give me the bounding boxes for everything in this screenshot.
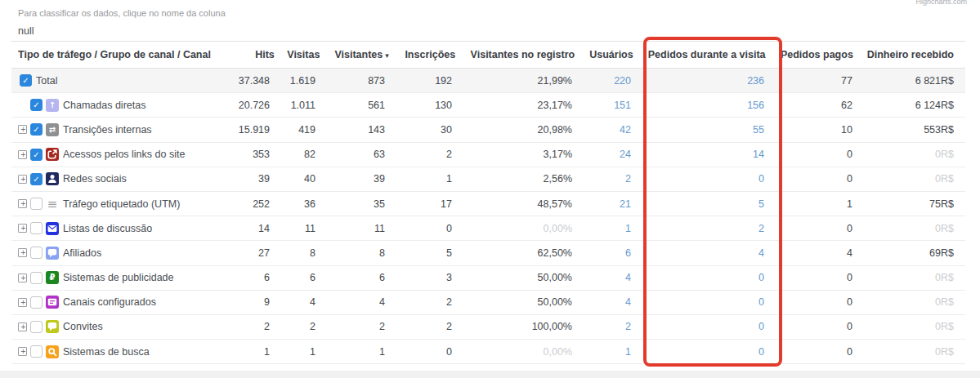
usuarios-link[interactable]: 1 <box>572 346 631 358</box>
pedidos-pagos-value: 0 <box>764 296 852 308</box>
usuarios-link[interactable]: 4 <box>572 296 631 308</box>
pedidos-pagos-value: 77 <box>764 75 852 87</box>
column-header-pedidos-pagos[interactable]: Pedidos pagos <box>766 49 853 60</box>
channel-label: Afiliados <box>63 247 101 259</box>
visitas-value: 1 <box>270 346 315 358</box>
inscricoes-value: 2 <box>385 149 452 160</box>
visitantes-registro-value: 100,00% <box>452 321 572 332</box>
row-checkbox[interactable]: ✓ <box>30 99 43 111</box>
expand-plus-icon[interactable] <box>18 125 27 134</box>
expand-plus-icon[interactable] <box>18 273 27 282</box>
usuarios-link[interactable]: 2 <box>572 321 631 332</box>
usuarios-link[interactable]: 6 <box>572 247 631 259</box>
usuarios-link[interactable]: 220 <box>572 75 631 87</box>
visitantes-registro-value: 0,00% <box>452 223 572 234</box>
row-checkbox[interactable] <box>30 272 43 284</box>
hits-value: 37.348 <box>204 75 270 87</box>
person-icon <box>46 172 59 185</box>
hits-value: 252 <box>204 198 270 210</box>
dinheiro-value: 0R$ <box>852 223 954 234</box>
dinheiro-value: 75R$ <box>852 198 954 210</box>
visitantes-value: 873 <box>315 75 385 87</box>
pedidos-visita-link[interactable]: 156 <box>631 100 764 111</box>
usuarios-link[interactable]: 24 <box>572 149 631 160</box>
hits-value: 27 <box>204 247 270 259</box>
usuarios-link[interactable]: 21 <box>572 198 631 210</box>
expand-plus-icon[interactable] <box>18 199 27 208</box>
visitas-value: 1.011 <box>270 100 315 111</box>
arrow-up-icon: ↑ <box>46 99 59 112</box>
column-header-visitantes-registro[interactable]: Visitantes no registro <box>455 49 575 60</box>
row-checkbox[interactable] <box>30 247 43 259</box>
row-checkbox[interactable] <box>30 345 43 358</box>
dinheiro-value: 6 821R$ <box>852 75 954 87</box>
row-checkbox[interactable]: ✓ <box>30 149 43 161</box>
row-checkbox[interactable]: ✓ <box>30 123 43 136</box>
row-checkbox[interactable] <box>30 296 43 309</box>
expand-plus-icon[interactable] <box>18 150 27 159</box>
pedidos-visita-link[interactable]: 0 <box>631 173 764 185</box>
pedidos-visita-link[interactable]: 0 <box>631 346 764 358</box>
pedidos-visita-link[interactable]: 5 <box>631 198 764 210</box>
usuarios-link[interactable]: 1 <box>572 223 631 234</box>
usuarios-link[interactable]: 2 <box>572 173 631 185</box>
visitas-value: 419 <box>270 124 315 136</box>
row-checkbox[interactable] <box>30 321 43 333</box>
pedidos-visita-link[interactable]: 0 <box>631 321 764 332</box>
dinheiro-value: 0R$ <box>852 296 954 308</box>
column-header-dinheiro[interactable]: Dinheiro recebido <box>853 49 954 60</box>
pedidos-visita-link[interactable]: 236 <box>631 75 764 87</box>
dinheiro-value: 0R$ <box>852 272 954 283</box>
pedidos-visita-link[interactable]: 0 <box>631 272 764 283</box>
pedidos-visita-link[interactable]: 55 <box>631 124 764 136</box>
usuarios-link[interactable]: 4 <box>572 272 631 283</box>
pedidos-visita-link[interactable]: 14 <box>631 149 764 160</box>
column-header-inscricoes[interactable]: Inscrições <box>389 49 455 60</box>
column-header-hits[interactable]: Hits <box>209 49 274 60</box>
pedidos-visita-link[interactable]: 2 <box>631 223 764 234</box>
channel-label: Total <box>36 75 57 87</box>
inscricoes-value: 130 <box>385 100 452 111</box>
row-checkbox[interactable]: ✓ <box>20 74 32 87</box>
pedidos-visita-link[interactable]: 4 <box>631 247 764 259</box>
column-header-pedidos-visita[interactable]: Pedidos durante a visita <box>633 49 766 60</box>
column-header-visitantes[interactable]: Visitantes▾ <box>320 49 388 60</box>
hits-value: 6 <box>204 272 270 283</box>
highcharts-watermark[interactable]: Highcharts.com <box>915 0 967 6</box>
channel-label: Redes sociais <box>63 173 127 185</box>
row-checkbox[interactable]: ✓ <box>30 173 43 185</box>
visitantes-value: 4 <box>315 296 385 308</box>
traffic-table: Tipo de tráfego / Grupo de canal / Canal… <box>11 41 965 364</box>
usuarios-link[interactable]: 42 <box>572 124 631 136</box>
table-body: ✓ Total 37.348 1.619 873 192 21,99% 220 … <box>11 69 965 364</box>
column-header-visitas[interactable]: Visitas <box>275 49 320 60</box>
inscricoes-value: 1 <box>385 173 452 185</box>
expand-plus-icon[interactable] <box>18 248 27 257</box>
pedidos-pagos-value: 0 <box>764 223 852 234</box>
visitas-value: 82 <box>270 149 315 160</box>
channel-name-cell: Canais configurados <box>11 296 204 309</box>
dinheiro-value: 0R$ <box>852 346 954 358</box>
channel-label: Chamadas diretas <box>63 100 145 111</box>
inscricoes-value: 2 <box>385 296 452 308</box>
column-header-channel[interactable]: Tipo de tráfego / Grupo de canal / Canal <box>11 49 209 60</box>
ruble-icon: ₽ <box>46 271 59 284</box>
visitas-value: 40 <box>270 173 315 185</box>
channel-label: Tráfego etiquetado (UTM) <box>63 198 180 210</box>
channel-label: Listas de discussão <box>63 223 152 234</box>
usuarios-link[interactable]: 151 <box>572 100 631 111</box>
expand-plus-icon[interactable] <box>18 175 27 184</box>
pedidos-visita-link[interactable]: 0 <box>631 296 764 308</box>
row-checkbox[interactable] <box>30 222 43 234</box>
pedidos-pagos-value: 4 <box>764 247 852 259</box>
row-checkbox[interactable] <box>30 198 43 210</box>
expand-plus-icon[interactable] <box>18 224 27 233</box>
list-icon: ≡ <box>46 198 59 211</box>
expand-plus-icon[interactable] <box>18 347 27 356</box>
channel-name-cell: ≡ Tráfego etiquetado (UTM) <box>11 198 204 211</box>
visitantes-registro-value: 50,00% <box>452 296 572 308</box>
dinheiro-value: 6 124R$ <box>852 100 954 111</box>
expand-plus-icon[interactable] <box>18 298 27 307</box>
expand-plus-icon[interactable] <box>18 322 27 331</box>
column-header-usuarios[interactable]: Usuários <box>575 49 633 60</box>
